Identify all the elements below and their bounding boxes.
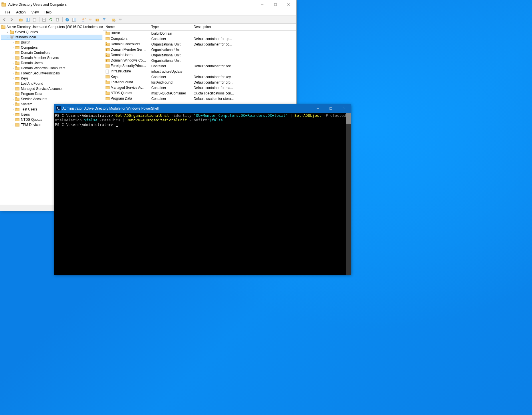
- svg-rect-90: [106, 60, 107, 62]
- tree-item[interactable]: › Domain Controllers: [1, 50, 102, 55]
- tree-item-label: Users: [21, 112, 30, 116]
- tree-domain[interactable]: ⌄ reinders.local: [1, 35, 102, 40]
- tree-item[interactable]: › Managed Service Accounts: [1, 86, 102, 91]
- tree-saved-queries[interactable]: › Saved Queries: [1, 29, 102, 35]
- svg-rect-84: [106, 49, 107, 51]
- list-row[interactable]: Domain Controllers Organizational Unit D…: [103, 42, 296, 47]
- tree-item[interactable]: › Service Accounts: [1, 96, 102, 102]
- row-desc: Default container for sec...: [191, 64, 296, 68]
- delete-button[interactable]: [31, 17, 38, 23]
- col-name[interactable]: Name: [103, 24, 149, 30]
- list-row[interactable]: NTDS Quotas msDS-QuotaContainer Quota sp…: [103, 90, 296, 96]
- new-group-button[interactable]: [87, 17, 94, 23]
- list-row[interactable]: Domain Users Organizational Unit: [103, 52, 296, 58]
- list-row[interactable]: LostAndFound lostAndFound Default contai…: [103, 80, 296, 85]
- new-ou-button[interactable]: [94, 17, 100, 23]
- svg-rect-8: [28, 18, 29, 21]
- action-pane-button[interactable]: [71, 17, 77, 23]
- col-type[interactable]: Type: [149, 24, 191, 30]
- tree-item[interactable]: › LostAndFound: [1, 81, 102, 86]
- list-row[interactable]: Managed Service Accou... Container Defau…: [103, 85, 296, 90]
- menu-file[interactable]: File: [2, 10, 13, 15]
- ou-icon: [106, 59, 110, 63]
- row-name: Infrastructure: [111, 69, 131, 73]
- toolbar: ? ✦: [0, 16, 296, 24]
- back-button[interactable]: [1, 17, 8, 23]
- list-row[interactable]: Infrastructure infrastructureUpdate: [103, 69, 296, 74]
- show-hide-tree-button[interactable]: [25, 17, 31, 23]
- folder-icon: [15, 66, 20, 70]
- list-row[interactable]: Keys Container Default container for key…: [103, 74, 296, 80]
- tree-item[interactable]: › ForeignSecurityPrincipals: [1, 71, 102, 76]
- svg-rect-34: [10, 36, 11, 37]
- menu-view[interactable]: View: [29, 10, 42, 15]
- list-row[interactable]: Builtin builtinDomain: [103, 31, 296, 36]
- tree-item[interactable]: › Domain Users: [1, 60, 102, 66]
- col-desc[interactable]: Description: [191, 24, 296, 30]
- refresh-button[interactable]: [48, 17, 54, 23]
- list-row[interactable]: ForeignSecurityPrincipals Container Defa…: [103, 63, 296, 69]
- find-button[interactable]: [110, 17, 117, 23]
- cursor-icon: [116, 126, 118, 127]
- add-to-group-button[interactable]: [117, 17, 124, 23]
- ps-minimize-button[interactable]: [311, 104, 324, 112]
- tree-root[interactable]: Active Directory Users and Computers [WS…: [1, 24, 102, 29]
- svg-point-22: [89, 19, 90, 20]
- ps-scrollbar[interactable]: [346, 113, 351, 275]
- row-name: LostAndFound: [111, 80, 133, 84]
- svg-rect-0: [2, 3, 6, 6]
- list-row[interactable]: Program Data Container Default location …: [103, 96, 296, 101]
- svg-rect-9: [33, 18, 36, 22]
- row-name: Keys: [111, 75, 118, 79]
- tree-item[interactable]: › Computers: [1, 45, 102, 50]
- row-name: Program Data: [111, 96, 132, 100]
- svg-rect-95: [106, 75, 107, 76]
- forward-button[interactable]: [8, 17, 15, 23]
- ps-title: Administrator: Active Directory Module f…: [62, 106, 311, 110]
- ps-maximize-button[interactable]: [324, 104, 338, 112]
- tree-item[interactable]: › Keys: [1, 76, 102, 81]
- svg-rect-81: [106, 44, 107, 45]
- list-row[interactable]: Domain Windows Comp... Organizational Un…: [103, 58, 296, 63]
- ps-terminal[interactable]: PS C:\Users\Administrator> Get-ADOrganiz…: [54, 113, 351, 275]
- ps-titlebar[interactable]: Administrator: Active Directory Module f…: [54, 104, 351, 113]
- row-desc: Default container for key...: [191, 75, 296, 79]
- tree-item[interactable]: › Builtin: [1, 40, 102, 45]
- svg-rect-6: [19, 19, 22, 21]
- tree-item[interactable]: › Domain Windows Computers: [1, 66, 102, 71]
- tree-item[interactable]: › Domain Member Servers: [1, 55, 102, 60]
- row-desc: Quota specifications con...: [191, 91, 296, 95]
- menu-action[interactable]: Action: [13, 10, 28, 15]
- folder-icon: [106, 64, 110, 68]
- maximize-button[interactable]: [269, 1, 282, 9]
- row-type: infrastructureUpdate: [149, 70, 191, 74]
- row-desc: Default location for stora...: [191, 97, 296, 101]
- new-user-button[interactable]: ✦: [80, 17, 87, 23]
- row-desc: Default container for do...: [191, 42, 296, 46]
- minimize-button[interactable]: [256, 1, 269, 9]
- properties-button[interactable]: [41, 17, 47, 23]
- ps-line-1: PS C:\Users\Administrator> Get-ADOrganiz…: [55, 113, 350, 118]
- svg-rect-33: [10, 30, 11, 31]
- close-button[interactable]: [282, 1, 295, 9]
- tree-item-label: Domain Users: [21, 61, 43, 65]
- menu-help[interactable]: Help: [42, 10, 55, 15]
- export-button[interactable]: [55, 17, 61, 23]
- svg-rect-74: [15, 123, 17, 124]
- list-row[interactable]: Computers Container Default container fo…: [103, 36, 296, 42]
- svg-rect-15: [56, 18, 59, 21]
- filter-button[interactable]: [101, 17, 107, 23]
- aduc-titlebar[interactable]: Active Directory Users and Computers: [0, 0, 296, 9]
- svg-rect-70: [15, 113, 17, 114]
- ps-close-button[interactable]: [338, 104, 351, 112]
- tree-item-label: Program Data: [21, 92, 42, 96]
- svg-rect-62: [15, 92, 17, 93]
- list-row[interactable]: Domain Member Servers Organizational Uni…: [103, 47, 296, 52]
- up-button[interactable]: [18, 17, 24, 23]
- svg-rect-48: [15, 56, 17, 57]
- tree-item-label: Service Accounts: [21, 97, 47, 101]
- svg-rect-3: [274, 3, 277, 6]
- svg-rect-25: [96, 19, 97, 21]
- tree-item[interactable]: › Program Data: [1, 91, 102, 96]
- help-button[interactable]: ?: [64, 17, 70, 23]
